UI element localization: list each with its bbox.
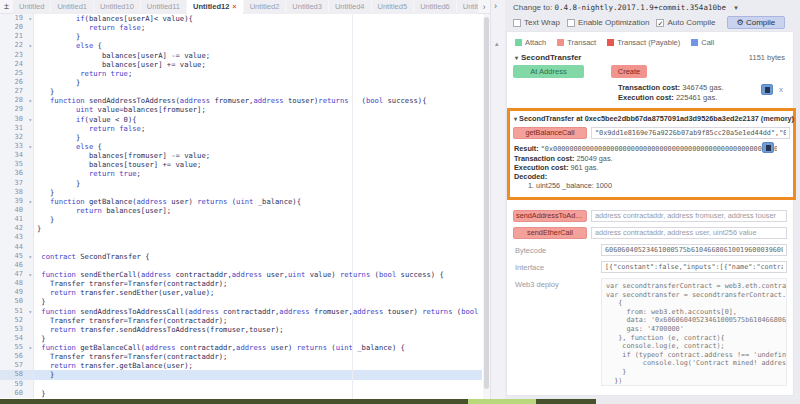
- web3-deploy-code[interactable]: var secondtransferContract = web3.eth.co…: [601, 278, 787, 386]
- code-line-48[interactable]: 48 Transfer transfer=Transfer(contractad…: [0, 279, 482, 288]
- send-ether-call-button[interactable]: sendEtherCall: [513, 227, 587, 239]
- code-line-60[interactable]: 60 }: [0, 389, 482, 398]
- interface-input[interactable]: [601, 261, 787, 273]
- send-ether-call-input[interactable]: [591, 227, 787, 239]
- scroll-up-icon[interactable]: ▴: [495, 40, 499, 48]
- create-button[interactable]: Create: [611, 65, 647, 78]
- bottom-scrollbar-thumb[interactable]: [468, 399, 536, 404]
- code-line-56[interactable]: 56 Transfer transfer=Transfer(contractad…: [0, 352, 482, 361]
- code-line-22[interactable]: 22▾ else {: [0, 41, 482, 50]
- expand-panel-icon[interactable]: ›: [494, 1, 497, 11]
- code-line-27[interactable]: 27 }: [0, 87, 482, 96]
- code-line-30[interactable]: 30▾ if(value < 0){: [0, 115, 482, 124]
- tab-untitled6[interactable]: Untitled6: [414, 0, 456, 14]
- text-wrap-checkbox[interactable]: [513, 19, 521, 27]
- code-line-35[interactable]: 35 balances[touser] += value;: [0, 160, 482, 169]
- tab-close-icon[interactable]: ×: [232, 2, 236, 11]
- send-address-to-address-call-input[interactable]: [591, 210, 787, 222]
- tab-untitled11[interactable]: Untitled11: [141, 0, 186, 14]
- tab-untitled3[interactable]: Untitled3: [286, 0, 328, 14]
- tab-untitled10[interactable]: Untitled10: [94, 0, 140, 14]
- editor-vertical-scrollbar[interactable]: [483, 14, 490, 399]
- legend-swatch: [607, 39, 614, 46]
- code-line-59[interactable]: 59: [0, 380, 482, 389]
- compiler-version-select[interactable]: 0.4.8-nightly.2017.1.9+commit.354a10be: [554, 3, 726, 12]
- code-editor[interactable]: 19▾ if(balances[userA]< value){20 return…: [0, 14, 482, 399]
- send-ether-row: sendEtherCall: [513, 227, 787, 239]
- code-line-57[interactable]: 57 return transfer.getBalance(user);: [0, 361, 482, 370]
- instance-header[interactable]: ▾SecondTransfer at 0xec5bee2dbb67da87570…: [514, 114, 794, 123]
- code-line-46[interactable]: 46: [0, 261, 482, 270]
- code-line-47[interactable]: 47▾ function sendEtherCall(address contr…: [0, 270, 482, 279]
- fold-arrow-icon[interactable]: ▾: [28, 307, 32, 316]
- code-line-32[interactable]: 32 }: [0, 133, 482, 142]
- fold-arrow-icon[interactable]: ▾: [28, 41, 32, 50]
- tab-untitled5[interactable]: Untitled5: [372, 0, 414, 14]
- code-line-23[interactable]: 23 balances[userA] -= value;: [0, 51, 482, 60]
- fold-arrow-icon[interactable]: ▾: [28, 96, 32, 105]
- tab-overflow-arrow-icon[interactable]: ›: [478, 2, 490, 12]
- collapse-caret-icon[interactable]: ▾: [514, 116, 517, 122]
- bytecode-input[interactable]: [601, 244, 787, 256]
- tab-untitled2[interactable]: Untitled2: [244, 0, 286, 14]
- fold-arrow-icon[interactable]: ▾: [28, 197, 32, 206]
- auto-compile-checkbox[interactable]: ✓: [656, 19, 664, 27]
- code-line-21[interactable]: 21 }: [0, 32, 482, 41]
- fold-arrow-icon[interactable]: ▾: [28, 270, 32, 279]
- code-line-41[interactable]: 41 }: [0, 215, 482, 224]
- code-line-45[interactable]: 45▾ contract SecondTransfer {: [0, 252, 482, 261]
- code-line-55[interactable]: 55▾ function getBalanceCall(address cont…: [0, 343, 482, 352]
- code-line-25[interactable]: 25 return true;: [0, 69, 482, 78]
- fold-arrow-icon[interactable]: ▾: [28, 142, 32, 151]
- enable-optimization-checkbox[interactable]: [567, 19, 575, 27]
- tab-untitled4[interactable]: Untitled4: [329, 0, 371, 14]
- code-line-58[interactable]: 58 }: [0, 370, 482, 379]
- code-line-36[interactable]: 36 return true;: [0, 169, 482, 178]
- at-address-button[interactable]: At Address: [513, 65, 584, 78]
- code-line-28[interactable]: 28▾ function sendAddressToAddress(addres…: [0, 96, 482, 105]
- tab-untitled12[interactable]: Untitled12×: [187, 0, 243, 14]
- code-line-53[interactable]: 53 return transfer.sendAddressToAddress(…: [0, 325, 482, 334]
- fold-arrow-icon[interactable]: ▾: [28, 343, 32, 352]
- instance-close-icon[interactable]: x: [784, 114, 788, 123]
- code-line-38[interactable]: 38 }: [0, 188, 482, 197]
- get-balance-call-button[interactable]: getBalanceCall: [513, 127, 587, 139]
- close-icon[interactable]: x: [779, 85, 783, 94]
- code-line-24[interactable]: 24 balances[user] += value;: [0, 60, 482, 69]
- compile-button[interactable]: ⚙ Compile: [727, 16, 786, 29]
- fold-arrow-icon[interactable]: ▾: [28, 252, 32, 261]
- code-line-52[interactable]: 52 Transfer transfer=Transfer(contractad…: [0, 316, 482, 325]
- code-line-37[interactable]: 37 }: [0, 179, 482, 188]
- fold-arrow-icon[interactable]: ▾: [28, 115, 32, 124]
- panel-divider[interactable]: › ▴: [490, 0, 505, 399]
- code-line-54[interactable]: 54 }: [0, 334, 482, 343]
- code-line-44[interactable]: 44: [0, 243, 482, 252]
- code-line-26[interactable]: 26 }: [0, 78, 482, 87]
- code-line-51[interactable]: 51▾ function sendAddressToAddressCall(ad…: [0, 307, 482, 316]
- publish-icon[interactable]: ±: [0, 0, 13, 13]
- code-line-29[interactable]: 29 uint value=balances[fromuser];: [0, 105, 482, 114]
- contract-header[interactable]: ▾SecondTransfer: [515, 53, 581, 62]
- code-line-31[interactable]: 31 return false;: [0, 124, 482, 133]
- chevron-down-icon[interactable]: ▾: [734, 4, 738, 11]
- code-line-40[interactable]: 40 return balances[user];: [0, 206, 482, 215]
- tab-untitled[interactable]: Untitled: [13, 0, 50, 14]
- details-button[interactable]: [761, 84, 773, 95]
- fold-arrow-icon[interactable]: ▾: [28, 14, 32, 23]
- code-line-20[interactable]: 20 return false;: [0, 23, 482, 32]
- code-line-33[interactable]: 33▾ else {: [0, 142, 482, 151]
- tab-untitled1[interactable]: Untitled1: [51, 0, 93, 14]
- code-line-50[interactable]: 50 }: [0, 297, 482, 306]
- collapse-caret-icon[interactable]: ▾: [515, 55, 518, 61]
- code-line-43[interactable]: 43: [0, 233, 482, 242]
- code-line-49[interactable]: 49 return transfer.sendEther(user,value)…: [0, 288, 482, 297]
- code-line-42[interactable]: 42}: [0, 224, 482, 233]
- code-line-19[interactable]: 19▾ if(balances[userA]< value){: [0, 14, 482, 23]
- send-address-to-address-call-button[interactable]: sendAddressToAdd...: [513, 210, 587, 222]
- get-balance-call-input[interactable]: [591, 127, 790, 139]
- code-line-34[interactable]: 34 balances[fromuser] -= value;: [0, 151, 482, 160]
- result-details-button[interactable]: [762, 142, 774, 153]
- tab-untitled7[interactable]: Untitled7: [457, 0, 478, 14]
- code-line-39[interactable]: 39▾ function getBalance(address user) re…: [0, 197, 482, 206]
- scrollbar-thumb[interactable]: [484, 17, 489, 389]
